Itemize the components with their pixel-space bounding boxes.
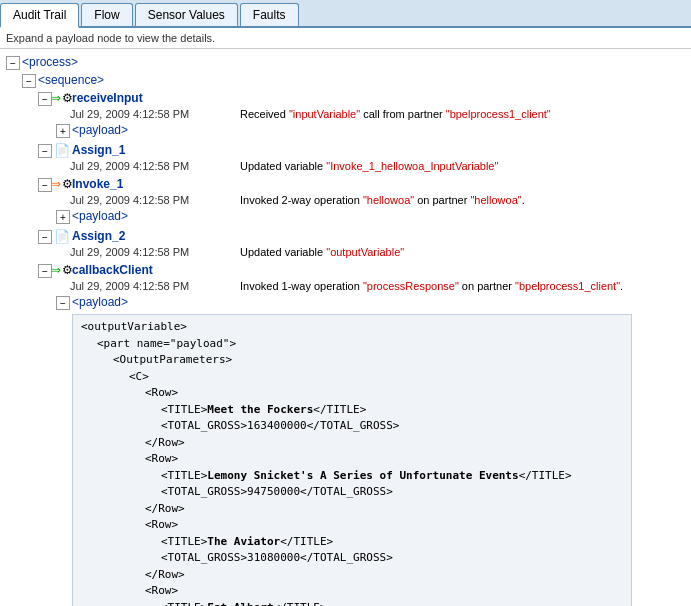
payload-label-callback: <payload> [72,295,128,309]
event-desc: Received "inputVariable" call from partn… [240,108,551,120]
tab-audit-trail[interactable]: Audit Trail [0,3,79,28]
doc-icon-2: 📄 [54,228,70,244]
tab-sensor-values[interactable]: Sensor Values [135,3,238,26]
event-time: Jul 29, 2009 4:12:58 PM [70,280,230,292]
event-time: Jul 29, 2009 4:12:58 PM [70,246,230,258]
expand-Assign2[interactable]: − [38,230,52,244]
expand-payload-callbackClient[interactable]: − [56,296,70,310]
Assign2-label: Assign_2 [72,229,125,243]
event-time: Jul 29, 2009 4:12:58 PM [70,108,230,120]
main-content: − <process> − <sequence> − ⇒⚙ receiveInp… [0,49,691,606]
expand-Invoke1[interactable]: − [38,178,52,192]
Assign1-label: Assign_1 [72,143,125,157]
payload-label: <payload> [72,209,128,223]
expand-receiveInput[interactable]: − [38,92,52,106]
expand-payload-receiveInput[interactable]: + [56,124,70,138]
event-desc: Updated variable "outputVariable" [240,246,404,258]
expand-process[interactable]: − [6,56,20,70]
gear-green-icon-2: ⇒⚙ [54,262,70,278]
tab-flow[interactable]: Flow [81,3,132,26]
event-desc: Invoked 1-way operation "processResponse… [240,280,623,292]
callbackClient-label: callbackClient [72,263,153,277]
xml-payload: <outputVariable> <part name="payload"> <… [72,314,632,606]
event-desc: Updated variable "Invoke_1_hellowoa_Inpu… [240,160,498,172]
tab-bar: Audit Trail Flow Sensor Values Faults [0,0,691,28]
event-time: Jul 29, 2009 4:12:58 PM [70,194,230,206]
tab-faults[interactable]: Faults [240,3,299,26]
gear-icon: ⇒⚙ [54,90,70,106]
expand-payload-Invoke1[interactable]: + [56,210,70,224]
info-bar: Expand a payload node to view the detail… [0,28,691,49]
Invoke1-label: Invoke_1 [72,177,123,191]
expand-sequence[interactable]: − [22,74,36,88]
gear-orange-icon: ⇒⚙ [54,176,70,192]
sequence-label: <sequence> [38,73,104,87]
receiveInput-label: receiveInput [72,91,143,105]
expand-callbackClient[interactable]: − [38,264,52,278]
doc-icon: 📄 [54,142,70,158]
event-time: Jul 29, 2009 4:12:58 PM [70,160,230,172]
payload-label: <payload> [72,123,128,137]
process-label: <process> [22,55,78,69]
event-desc: Invoked 2-way operation "hellowoa" on pa… [240,194,525,206]
expand-Assign1[interactable]: − [38,144,52,158]
